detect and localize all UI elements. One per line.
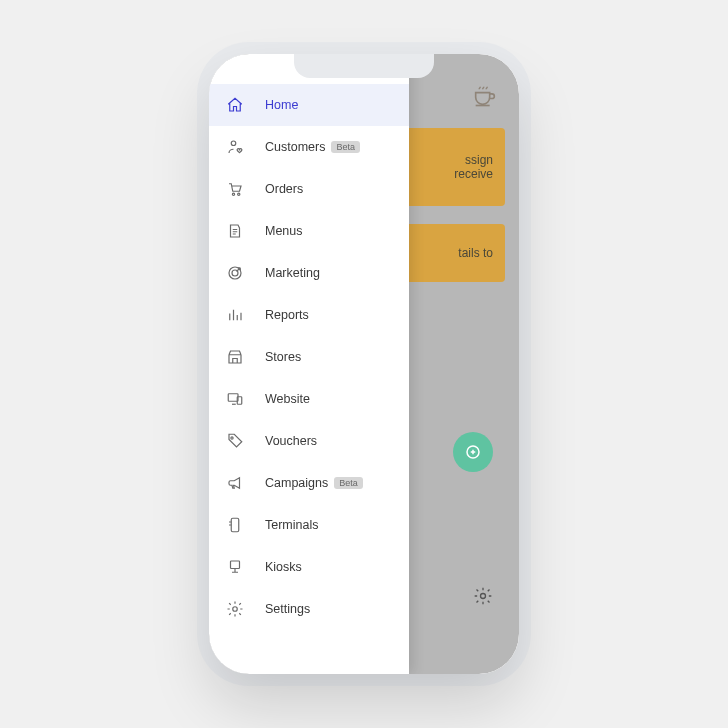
svg-point-1 (481, 594, 486, 599)
nav-label: Terminals (265, 518, 319, 532)
nav-item-website[interactable]: Website (209, 378, 409, 420)
home-icon (225, 95, 245, 115)
svg-rect-7 (228, 394, 238, 402)
gear-icon[interactable] (473, 586, 493, 610)
phone-notch (294, 54, 434, 78)
terminal-device-icon (225, 515, 245, 535)
beta-badge: Beta (331, 141, 360, 153)
menu-board-icon (225, 221, 245, 241)
notice-text: ssign (465, 153, 493, 167)
nav-label: Website (265, 392, 310, 406)
fab-button[interactable] (453, 432, 493, 472)
nav-item-marketing[interactable]: Marketing (209, 252, 409, 294)
beta-badge: Beta (334, 477, 363, 489)
nav-item-orders[interactable]: Orders (209, 168, 409, 210)
nav-item-kiosks[interactable]: Kiosks (209, 546, 409, 588)
svg-rect-11 (231, 561, 240, 569)
storefront-icon (225, 347, 245, 367)
tag-icon (225, 431, 245, 451)
nav-item-settings[interactable]: Settings (209, 588, 409, 630)
nav-item-terminals[interactable]: Terminals (209, 504, 409, 546)
notice-text: receive (454, 167, 493, 181)
nav-label: Customers (265, 140, 325, 154)
svg-point-3 (232, 193, 234, 195)
nav-item-home[interactable]: Home (209, 84, 409, 126)
nav-item-vouchers[interactable]: Vouchers (209, 420, 409, 462)
nav-item-reports[interactable]: Reports (209, 294, 409, 336)
svg-point-12 (233, 607, 238, 612)
screen: ssign receive tails to Home Customers Be… (209, 54, 519, 674)
user-heart-icon (225, 137, 245, 157)
nav-drawer[interactable]: Home Customers Beta Orders Menus Marketi… (209, 54, 409, 674)
svg-point-2 (231, 141, 236, 146)
nav-label: Reports (265, 308, 309, 322)
cart-icon (225, 179, 245, 199)
svg-rect-10 (231, 518, 239, 532)
svg-point-9 (231, 437, 233, 439)
kiosk-icon (225, 557, 245, 577)
svg-point-4 (238, 193, 240, 195)
nav-label: Stores (265, 350, 301, 364)
megaphone-icon (225, 473, 245, 493)
nav-item-menus[interactable]: Menus (209, 210, 409, 252)
nav-item-campaigns[interactable]: Campaigns Beta (209, 462, 409, 504)
phone-frame: ssign receive tails to Home Customers Be… (209, 54, 519, 674)
nav-label: Marketing (265, 266, 320, 280)
nav-label: Kiosks (265, 560, 302, 574)
nav-label: Settings (265, 602, 310, 616)
nav-label: Campaigns (265, 476, 328, 490)
devices-icon (225, 389, 245, 409)
nav-label: Vouchers (265, 434, 317, 448)
nav-item-stores[interactable]: Stores (209, 336, 409, 378)
notice-text: tails to (458, 246, 493, 260)
gear-icon (225, 599, 245, 619)
target-icon (225, 263, 245, 283)
bar-chart-icon (225, 305, 245, 325)
nav-label: Home (265, 98, 298, 112)
coffee-logo-icon (471, 81, 499, 109)
nav-label: Orders (265, 182, 303, 196)
nav-item-customers[interactable]: Customers Beta (209, 126, 409, 168)
nav-label: Menus (265, 224, 303, 238)
